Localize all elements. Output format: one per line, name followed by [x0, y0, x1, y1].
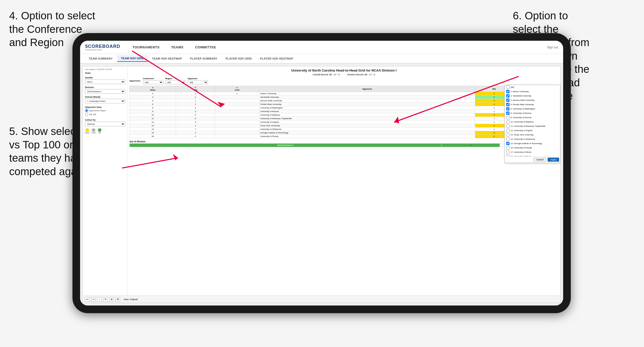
cell-rank: 10	[130, 113, 176, 117]
cell-rank: 13	[130, 124, 176, 128]
opponent-dropdown: (All) 2. Auburn University 3. Vanderbilt…	[504, 85, 560, 163]
data-table: #Rank #Reg #Conf Opponent Win Loss 2	[129, 86, 558, 138]
dropdown-item[interactable]: 11. University of Arkansas, Fayetteville	[505, 124, 560, 128]
down-label: Down	[85, 132, 89, 134]
subnav-team-h2h-grid[interactable]: TEAM H2H GRID	[117, 55, 147, 62]
conference-filter-label: Conference	[143, 77, 163, 80]
cell-reg: 3	[176, 120, 215, 124]
dropdown-item[interactable]: 8. University of Arizona	[505, 111, 560, 115]
nav-committee[interactable]: COMMITTEE	[193, 44, 218, 50]
tablet-shell: 5COREBOARD Powered by Cloud TOURNAMENTS …	[72, 33, 571, 313]
cell-rank: 15	[130, 131, 176, 135]
table-row: 2 1 1 Auburn University 2 1	[130, 92, 558, 95]
subnav-player-summary[interactable]: PLAYER SUMMARY	[187, 55, 221, 62]
toolbar-redo[interactable]: ↪	[91, 297, 96, 302]
dropdown-item[interactable]: 18. University of Illinois	[505, 154, 560, 156]
cell-conf	[215, 113, 259, 117]
cell-conf	[215, 124, 259, 128]
cell-conf	[215, 120, 259, 124]
cell-opponent: Florida State University	[259, 103, 475, 106]
toolbar-refresh[interactable]: ↻	[103, 297, 108, 302]
cell-opponent: University of Oklahoma	[259, 128, 475, 131]
cell-opponent: University of Virginia	[259, 120, 475, 124]
sub-nav: TEAM SUMMARY TEAM H2H GRID TEAM H2H HEAT…	[80, 54, 563, 64]
division-select[interactable]: NCAA Division I	[85, 89, 125, 94]
gender-select[interactable]: Men's	[85, 79, 125, 84]
cell-conf	[215, 135, 259, 138]
school-select[interactable]: 1. University of Nort...	[85, 99, 125, 103]
colour-select[interactable]: Win/loss	[85, 122, 125, 126]
down-dot	[85, 128, 89, 132]
apply-button[interactable]: Apply	[548, 158, 559, 162]
dropdown-item[interactable]: 4. Arizona State University	[505, 98, 560, 102]
cell-opponent: Georgia Institute of Technology	[259, 131, 475, 135]
cell-conf	[215, 128, 259, 131]
table-row: 6 2 Florida State University 4 2	[130, 103, 558, 106]
up-dot	[98, 128, 101, 132]
dropdown-item[interactable]: 12. University of Virginia	[505, 128, 560, 133]
dropdown-list[interactable]: (All) 2. Auburn University 3. Vanderbilt…	[505, 85, 560, 156]
sidebar-division-section: Division NCAA Division I	[85, 86, 125, 94]
subnav-player-h2h-grid[interactable]: PLAYER H2H GRID	[222, 55, 256, 62]
colour-section: Colour by Win/loss	[85, 119, 125, 126]
toolbar-back[interactable]: ‹	[97, 297, 102, 302]
opponent-filter-select[interactable]: (All)	[188, 80, 208, 84]
cell-opponent: Arizona State University	[259, 99, 475, 103]
color-down: Down	[85, 128, 89, 134]
report-body: Last Updated: 4/15/2024 16:55:38 Team Ge…	[83, 66, 560, 296]
cell-conf	[215, 106, 259, 110]
dropdown-item[interactable]: 6. University of Washington	[505, 107, 560, 111]
radio-top-100[interactable]: Top 100	[85, 113, 125, 116]
dropdown-item[interactable]: (All)	[505, 85, 560, 89]
cell-rank: 9	[130, 110, 176, 113]
region-filter-label: Region	[165, 77, 186, 80]
nav-bar: 5COREBOARD Powered by Cloud TOURNAMENTS …	[80, 41, 563, 54]
col-conf: #Conf	[215, 86, 259, 92]
nav-tournaments[interactable]: TOURNAMENTS	[130, 44, 161, 50]
cell-rank: 2	[130, 92, 176, 95]
report-record-row: Overall Record: 89 - 17 - 0 Division Rec…	[129, 73, 558, 76]
subnav-team-summary[interactable]: TEAM SUMMARY	[85, 55, 116, 62]
conference-filter-select[interactable]: (All)	[143, 80, 163, 84]
team-label: Team	[85, 72, 125, 74]
table-row: 11 6 University of Arkansas, Fayettevill…	[130, 117, 558, 120]
subnav-player-h2h-heatmap[interactable]: PLAYER H2H HEATMAP	[257, 55, 297, 62]
subnav-team-h2h-heatmap[interactable]: TEAM H2H HEATMAP	[148, 55, 186, 62]
cell-opponent: University of Washington	[259, 106, 475, 110]
cell-rank: 12	[130, 120, 176, 124]
cell-conf	[215, 95, 259, 99]
dropdown-item[interactable]: 14. University of Oklahoma	[505, 137, 560, 141]
nav-teams[interactable]: TEAMS	[169, 44, 185, 50]
logo-text: 5COREBOARD	[85, 44, 120, 49]
region-filter-select[interactable]: (All)	[165, 80, 186, 84]
cell-rank: 14	[130, 128, 176, 131]
dropdown-item[interactable]: 17. University of Illinois	[505, 150, 560, 154]
dropdown-item[interactable]: 16. University of Florida	[505, 146, 560, 150]
dropdown-item[interactable]: 5. Florida State University	[505, 102, 560, 107]
dropdown-item[interactable]: 10. University of Alabama	[505, 120, 560, 124]
cell-opponent: Vanderbilt University	[259, 95, 475, 99]
dropdown-item[interactable]: 3. Vanderbilt University	[505, 94, 560, 98]
col-rank: #Rank	[130, 86, 176, 92]
opponent-filter-label: Opponent	[188, 77, 208, 80]
toolbar-zoom[interactable]: ⊕	[109, 297, 114, 302]
dropdown-item[interactable]: 9. University of Arizona	[505, 115, 560, 120]
toolbar-settings[interactable]: ⚙	[115, 297, 120, 302]
out-div-name: NCAA Division II	[130, 144, 442, 147]
dropdown-item[interactable]: 2. Auburn University	[505, 89, 560, 94]
division-label: Division	[85, 86, 125, 89]
report-sidebar: Last Updated: 4/15/2024 16:55:38 Team Ge…	[83, 66, 127, 296]
dropdown-item[interactable]: 13. Texas Tech University	[505, 133, 560, 137]
cell-reg: 2	[176, 135, 215, 138]
level-dot	[92, 128, 95, 132]
toolbar-undo[interactable]: ↩	[85, 297, 89, 302]
table-row: NCAA Division II 1 0	[130, 144, 558, 147]
radio-opponents-played[interactable]: Opponents Played	[85, 109, 125, 112]
col-reg: #Reg	[176, 86, 215, 92]
cancel-button[interactable]: Cancel	[533, 158, 546, 162]
nav-sign-out[interactable]: Sign out	[547, 46, 558, 49]
colour-label: Colour by	[85, 119, 125, 121]
cell-conf: 1	[215, 92, 259, 95]
dropdown-item[interactable]: 15. Georgia Institute of Technology	[505, 141, 560, 146]
cell-reg: 6	[176, 117, 215, 120]
